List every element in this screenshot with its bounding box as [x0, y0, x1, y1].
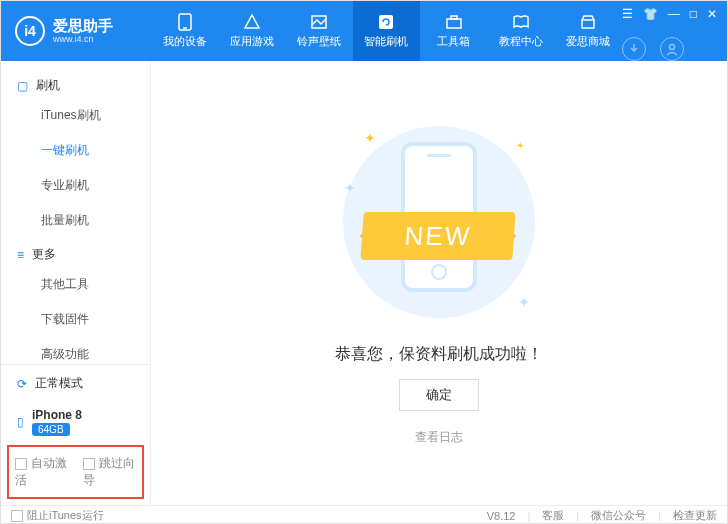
menu-icon[interactable]: ☰	[622, 7, 633, 21]
nav-toolbox[interactable]: 工具箱	[420, 1, 487, 61]
statusbar: 阻止iTunes运行 V8.12 | 客服 | 微信公众号 | 检查更新	[1, 505, 727, 524]
sidebar-item-advanced[interactable]: 高级功能	[1, 337, 150, 364]
wallpaper-icon	[309, 14, 329, 30]
support-link[interactable]: 客服	[542, 508, 564, 523]
sparkle-icon: ✦	[518, 294, 530, 310]
logo-text: 爱思助手 www.i4.cn	[53, 18, 113, 44]
sidebar: ▢ 刷机 iTunes刷机 一键刷机 专业刷机 批量刷机 ≡ 更多 其他工具 下…	[1, 61, 151, 505]
new-ribbon: NEW	[360, 212, 515, 260]
logo[interactable]: i4 爱思助手 www.i4.cn	[1, 1, 151, 61]
user-icon[interactable]	[660, 37, 684, 61]
sidebar-group-more: ≡ 更多	[1, 238, 150, 267]
svg-rect-5	[451, 16, 457, 19]
more-icon: ≡	[17, 248, 24, 262]
sidebar-item-pro-flash[interactable]: 专业刷机	[1, 168, 150, 203]
close-icon[interactable]: ✕	[707, 7, 717, 21]
success-illustration: ✦ ✦ ✦ ✦ NEW	[324, 120, 554, 330]
sidebar-item-oneclick-flash[interactable]: 一键刷机	[1, 133, 150, 168]
toolbox-icon	[444, 14, 464, 30]
minimize-icon[interactable]: —	[668, 7, 680, 21]
titlebar: i4 爱思助手 www.i4.cn 我的设备 应用游戏 铃声壁纸 智能刷机 工具…	[1, 1, 727, 61]
auto-activate-checkbox[interactable]: 自动激活	[15, 455, 69, 489]
svg-rect-3	[379, 15, 393, 29]
phone-icon: ▢	[17, 79, 28, 93]
download-icon[interactable]	[622, 37, 646, 61]
check-update-link[interactable]: 检查更新	[673, 508, 717, 523]
skin-icon[interactable]: 👕	[643, 7, 658, 21]
svg-point-7	[669, 45, 674, 50]
sparkle-icon: ✦	[344, 180, 356, 196]
confirm-button[interactable]: 确定	[399, 379, 479, 411]
storage-badge: 64GB	[32, 423, 70, 436]
view-log-link[interactable]: 查看日志	[415, 429, 463, 446]
svg-rect-6	[582, 20, 594, 28]
main-content: ✦ ✦ ✦ ✦ NEW 恭喜您，保资料刷机成功啦！ 确定 查看日志	[151, 61, 727, 505]
wechat-link[interactable]: 微信公众号	[591, 508, 646, 523]
nav-apps-games[interactable]: 应用游戏	[218, 1, 285, 61]
device-mode[interactable]: ⟳ 正常模式	[1, 365, 150, 402]
logo-icon: i4	[15, 16, 45, 46]
nav-store[interactable]: 爱思商城	[555, 1, 622, 61]
window-controls: ☰ 👕 — □ ✕	[622, 1, 727, 21]
nav-my-device[interactable]: 我的设备	[151, 1, 218, 61]
top-nav: 我的设备 应用游戏 铃声壁纸 智能刷机 工具箱 教程中心 爱思商城	[151, 1, 622, 61]
phone-icon	[175, 14, 195, 30]
block-itunes-checkbox[interactable]: 阻止iTunes运行	[11, 508, 104, 523]
success-message: 恭喜您，保资料刷机成功啦！	[335, 344, 543, 365]
sidebar-item-other-tools[interactable]: 其他工具	[1, 267, 150, 302]
mode-icon: ⟳	[17, 377, 27, 391]
sparkle-icon: ✦	[364, 130, 376, 146]
nav-smart-flash[interactable]: 智能刷机	[353, 1, 420, 61]
sidebar-item-itunes-flash[interactable]: iTunes刷机	[1, 98, 150, 133]
version-label: V8.12	[487, 510, 516, 522]
sparkle-icon: ✦	[516, 140, 524, 151]
maximize-icon[interactable]: □	[690, 7, 697, 21]
sidebar-item-download-firmware[interactable]: 下载固件	[1, 302, 150, 337]
nav-tutorials[interactable]: 教程中心	[487, 1, 554, 61]
skip-wizard-checkbox[interactable]: 跳过向导	[83, 455, 137, 489]
sidebar-group-flash: ▢ 刷机	[1, 69, 150, 98]
nav-ringtones[interactable]: 铃声壁纸	[286, 1, 353, 61]
flash-options-highlight: 自动激活 跳过向导	[7, 445, 144, 499]
refresh-icon	[376, 14, 396, 30]
device-name: iPhone 8	[32, 408, 82, 422]
sidebar-item-batch-flash[interactable]: 批量刷机	[1, 203, 150, 238]
store-icon	[578, 14, 598, 30]
svg-rect-4	[447, 19, 461, 28]
apps-icon	[242, 14, 262, 30]
device-info[interactable]: ▯ iPhone 8 64GB	[1, 402, 150, 446]
titlebar-right-actions	[622, 37, 727, 61]
device-icon: ▯	[17, 415, 24, 429]
book-icon	[511, 14, 531, 30]
